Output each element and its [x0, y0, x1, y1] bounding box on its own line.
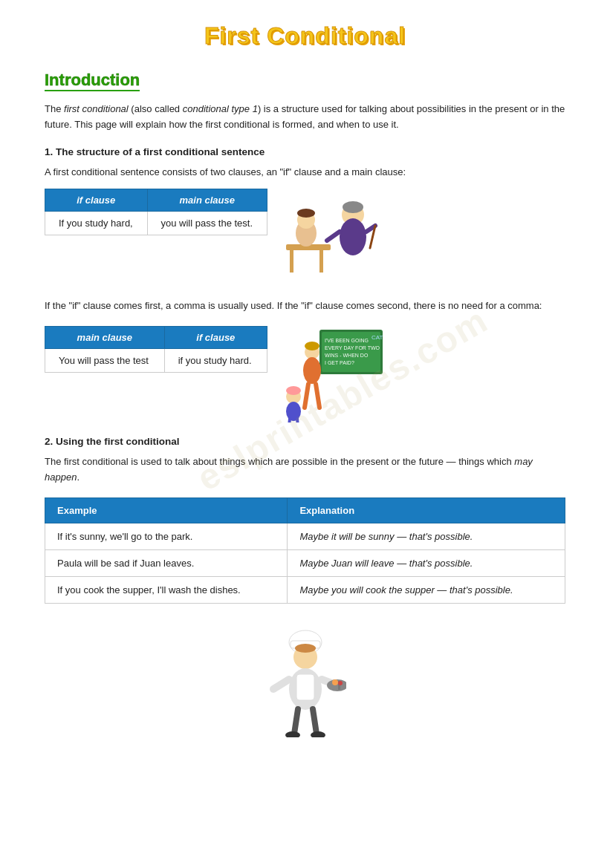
between-tables-text: If the "if" clause comes first, a comma … — [45, 298, 565, 314]
svg-point-40 — [338, 681, 343, 685]
svg-line-27 — [288, 419, 290, 422]
svg-text:I'VE BEEN GOING: I'VE BEEN GOING — [325, 338, 369, 343]
svg-rect-2 — [319, 250, 323, 273]
teacher-cartoon-icon — [282, 189, 379, 285]
example-table-row: If you cook the supper, I'll wash the di… — [45, 576, 565, 603]
table1-row: if clause main clause If you study hard,… — [45, 189, 565, 285]
svg-text:WINS - WHEN DO: WINS - WHEN DO — [325, 353, 369, 358]
svg-line-25 — [305, 384, 308, 408]
svg-rect-1 — [290, 250, 293, 273]
table1-col2-header: main clause — [147, 189, 267, 212]
classroom-cartoon-icon: I'VE BEEN GOING EVERY DAY FOR TWO WINS -… — [282, 326, 386, 422]
svg-line-41 — [294, 709, 298, 734]
svg-line-42 — [313, 709, 317, 734]
section2-desc: The first conditional is used to talk ab… — [45, 454, 565, 486]
example-table-row: Paula will be sad if Juan leaves.Maybe J… — [45, 549, 565, 576]
svg-point-23 — [286, 402, 301, 421]
svg-line-35 — [273, 679, 289, 689]
example-cell-0: If it's sunny, we'll go to the park. — [45, 523, 288, 549]
section1-heading: 1. The structure of a first conditional … — [45, 146, 565, 157]
svg-text:CAT: CAT — [371, 334, 383, 341]
chef-cartoon-icon — [265, 626, 346, 737]
table1-section: if clause main clause If you study hard,… — [45, 189, 267, 235]
svg-text:I GET PAID?: I GET PAID? — [325, 360, 354, 365]
example-explanation-table: Example Explanation If it's sunny, we'll… — [45, 497, 565, 604]
table2-row: main clause if clause You will pass the … — [45, 326, 565, 422]
bottom-cartoon-area — [45, 626, 565, 740]
svg-point-20 — [303, 357, 321, 384]
intro-heading: Introduction — [45, 71, 140, 91]
explanation-cell-0: Maybe it will be sunny — that's possible… — [288, 523, 565, 549]
table2-col2-header: if clause — [164, 327, 267, 349]
svg-line-26 — [316, 384, 319, 408]
section2-heading: 2. Using the first conditional — [45, 436, 565, 447]
section1-desc: A first conditional sentence consists of… — [45, 165, 565, 180]
cartoon2-area: I'VE BEEN GOING EVERY DAY FOR TWO WINS -… — [282, 326, 386, 422]
explanation-cell-1: Maybe Juan will leave — that's possible. — [288, 549, 565, 576]
italic-first-conditional: first conditional — [64, 103, 129, 114]
italic-may-happen: may happen — [45, 456, 533, 483]
page-title: First Conditional — [45, 22, 565, 50]
svg-line-9 — [327, 232, 340, 241]
table1-col1-header: if clause — [45, 189, 148, 212]
italic-conditional-type: conditional type 1 — [183, 103, 258, 114]
table2-section: main clause if clause You will pass the … — [45, 326, 267, 373]
svg-point-39 — [332, 679, 338, 685]
table1: if clause main clause If you study hard,… — [45, 189, 267, 235]
example-table-header-row: Example Explanation — [45, 497, 565, 523]
svg-point-43 — [285, 731, 300, 737]
table2-row1: You will pass the test if you study hard… — [45, 349, 267, 373]
svg-point-7 — [340, 218, 366, 255]
explanation-cell-2: Maybe you will cook the supper — that's … — [288, 576, 565, 603]
table1-col1-cell: If you study hard, — [45, 212, 148, 235]
table2: main clause if clause You will pass the … — [45, 326, 267, 373]
explanation-col-header: Explanation — [288, 497, 565, 523]
svg-point-24 — [286, 386, 301, 395]
svg-point-44 — [311, 731, 325, 737]
cartoon1-area — [282, 189, 379, 285]
svg-line-28 — [297, 419, 299, 422]
svg-text:EVERY DAY FOR TWO: EVERY DAY FOR TWO — [325, 345, 380, 350]
table2-col1-header: main clause — [45, 327, 165, 349]
intro-paragraph: The first conditional (also called condi… — [45, 102, 565, 133]
table2-col1-cell: You will pass the test — [45, 349, 165, 373]
example-cell-1: Paula will be sad if Juan leaves. — [45, 549, 288, 576]
example-col-header: Example — [45, 497, 288, 523]
table1-col2-cell: you will pass the test. — [147, 212, 267, 235]
svg-point-5 — [297, 209, 315, 218]
svg-point-32 — [295, 644, 316, 653]
svg-rect-34 — [296, 674, 314, 700]
svg-point-21 — [305, 342, 319, 350]
example-cell-2: If you cook the supper, I'll wash the di… — [45, 576, 288, 603]
page-wrapper: eslprintables.com First Conditional Intr… — [45, 22, 565, 740]
svg-point-8 — [343, 201, 363, 213]
example-table-row: If it's sunny, we'll go to the park.Mayb… — [45, 523, 565, 549]
table2-col2-cell: if you study hard. — [164, 349, 267, 373]
table1-row1: If you study hard, you will pass the tes… — [45, 212, 267, 235]
